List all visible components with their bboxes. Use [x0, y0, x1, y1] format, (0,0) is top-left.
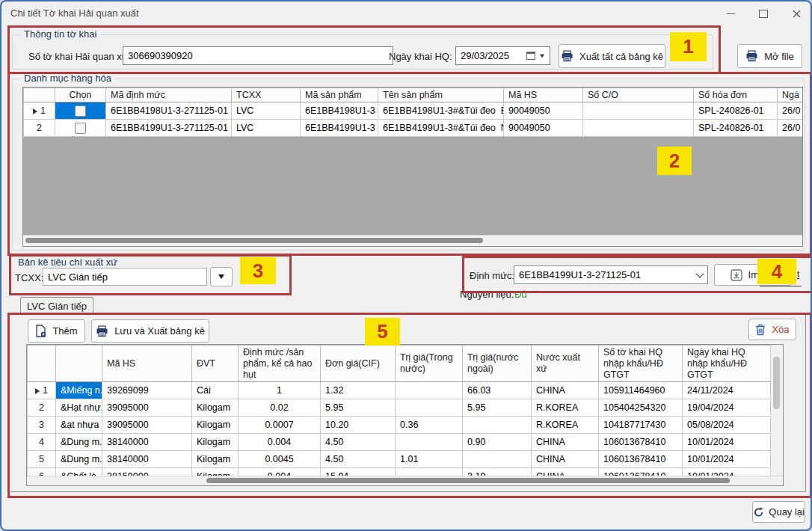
- cell[interactable]: 0.36: [396, 417, 463, 434]
- column-header[interactable]: Trị giá(Trong nước): [396, 346, 463, 382]
- column-header[interactable]: Chọn: [55, 88, 106, 102]
- cell[interactable]: CHINA: [532, 382, 599, 399]
- column-header[interactable]: [24, 88, 55, 102]
- checkbox-cell[interactable]: [55, 120, 106, 137]
- cell[interactable]: &Hạt nhự...: [56, 399, 102, 417]
- cell[interactable]: CHINA: [532, 434, 599, 451]
- column-header[interactable]: Trị giá(nước ngoài): [463, 346, 532, 382]
- column-header[interactable]: TCXX: [232, 88, 301, 102]
- row-header[interactable]: 2: [28, 399, 56, 417]
- cell[interactable]: Kilogam: [192, 434, 239, 451]
- cell[interactable]: 39269099: [102, 382, 192, 399]
- back-button[interactable]: Quay lại: [752, 501, 805, 523]
- maximize-button[interactable]: [751, 5, 776, 22]
- cell[interactable]: [396, 382, 463, 399]
- column-header[interactable]: Số tờ khai HQ nhập khẩu/HĐ GTGT: [599, 346, 683, 382]
- cell[interactable]: 24/11/2024: [683, 382, 773, 399]
- cell[interactable]: LVC: [232, 102, 301, 120]
- goods-horizontal-scrollbar[interactable]: [23, 235, 802, 246]
- cell[interactable]: 104187717430: [599, 417, 683, 434]
- cell[interactable]: 5.95: [463, 399, 532, 417]
- cell[interactable]: 39095000: [102, 417, 192, 434]
- column-header[interactable]: [28, 346, 56, 382]
- cell[interactable]: 6E1BB4199U1-3#&Túi đeo Neon Yel...: [378, 120, 504, 137]
- row-header[interactable]: 4: [28, 434, 56, 451]
- truncated-link-text[interactable]: t: [797, 269, 799, 279]
- cell[interactable]: [463, 417, 532, 434]
- norm-combobox[interactable]: 6E1BB4199U1-3-271125-01: [514, 266, 708, 284]
- cell[interactable]: &Miếng n...: [56, 382, 102, 399]
- cell[interactable]: 10.20: [321, 417, 396, 434]
- cell[interactable]: &ạt nhựa ...: [56, 417, 102, 434]
- column-header[interactable]: [56, 346, 102, 382]
- cell[interactable]: 26/0: [778, 120, 804, 137]
- add-button[interactable]: Thêm: [28, 319, 85, 343]
- cell[interactable]: 6E1BB4199U1-3-271125-01: [106, 120, 232, 137]
- cell[interactable]: [583, 102, 694, 120]
- cell[interactable]: 6E1BB4198U1-3: [301, 102, 378, 120]
- cell[interactable]: 0.004: [239, 434, 321, 451]
- cell[interactable]: Kilogam: [192, 399, 239, 417]
- cell[interactable]: 0.90: [463, 434, 532, 451]
- cell[interactable]: 5.95: [321, 399, 396, 417]
- cell[interactable]: 1: [239, 382, 321, 399]
- declaration-number-input[interactable]: 306690390920: [123, 46, 393, 65]
- cell[interactable]: 1.01: [396, 451, 463, 468]
- cell[interactable]: 38140000: [102, 434, 192, 451]
- cell[interactable]: 105911464960: [599, 382, 683, 399]
- column-header[interactable]: Số hóa đơn: [694, 88, 778, 102]
- cell[interactable]: [396, 399, 463, 417]
- minimize-button[interactable]: [718, 5, 743, 22]
- cell[interactable]: R.KOREA: [532, 399, 599, 417]
- cell[interactable]: 10/01/2024: [683, 434, 773, 451]
- cell[interactable]: 6E1BB4198U1-3#&Túi đeo Blue - #&...: [378, 102, 504, 120]
- cell[interactable]: &Dung m...: [56, 451, 102, 468]
- cell[interactable]: 106013678410: [599, 434, 683, 451]
- cell[interactable]: CHINA: [532, 451, 599, 468]
- column-header[interactable]: Số C/O: [583, 88, 694, 102]
- cell[interactable]: SPL-240826-01: [694, 120, 778, 137]
- close-button[interactable]: [784, 5, 809, 22]
- cell[interactable]: 66.03: [463, 382, 532, 399]
- detail-horizontal-scrollbar[interactable]: [27, 476, 783, 485]
- cell[interactable]: 4.50: [321, 434, 396, 451]
- cell[interactable]: LVC: [232, 120, 301, 137]
- cell[interactable]: 19/04/2024: [683, 399, 773, 417]
- cell[interactable]: [463, 451, 532, 468]
- scrollbar-thumb[interactable]: [206, 478, 730, 483]
- column-header[interactable]: Mã sản phẩm: [301, 88, 378, 102]
- cell[interactable]: 90049050: [504, 120, 583, 137]
- declaration-date-picker[interactable]: 29/03/2025: [455, 46, 550, 65]
- row-header[interactable]: 2: [24, 120, 55, 137]
- cell[interactable]: [396, 434, 463, 451]
- date-dropdown-icon[interactable]: [540, 54, 544, 58]
- scrollbar-thumb[interactable]: [25, 238, 483, 243]
- column-header[interactable]: Định mức /sản phẩm, kể cả hao hụt: [239, 346, 321, 382]
- cell[interactable]: 0.02: [239, 399, 321, 417]
- cell[interactable]: 0.0007: [239, 417, 321, 434]
- export-all-button[interactable]: Xuất tất cả bảng kê: [559, 44, 665, 68]
- cell[interactable]: Cái: [192, 382, 239, 399]
- column-header[interactable]: Ngà: [778, 88, 804, 102]
- cell[interactable]: 1.32: [321, 382, 396, 399]
- column-header[interactable]: Ngày khai HQ nhập khẩu/HĐ GTGT: [683, 346, 773, 382]
- cell[interactable]: 4.50: [321, 451, 396, 468]
- column-header[interactable]: Mã HS: [504, 88, 583, 102]
- cell[interactable]: Kilogam: [192, 417, 239, 434]
- cell[interactable]: 0.0045: [239, 451, 321, 468]
- column-header[interactable]: ĐVT: [192, 346, 239, 382]
- tcxx-combobox[interactable]: LVC Gián tiếp: [43, 268, 207, 286]
- delete-button[interactable]: Xóa: [748, 319, 796, 340]
- cell[interactable]: 105404254320: [599, 399, 683, 417]
- row-checkbox[interactable]: [75, 123, 86, 134]
- cell[interactable]: [583, 120, 694, 137]
- cell[interactable]: 90049050: [504, 102, 583, 120]
- import-button[interactable]: Import: [714, 264, 792, 286]
- checkbox-cell[interactable]: [55, 102, 106, 120]
- open-file-button[interactable]: Mở file: [737, 44, 802, 68]
- column-header[interactable]: Nước xuất xứ: [532, 346, 599, 382]
- cell[interactable]: 26/0: [778, 102, 804, 120]
- column-header[interactable]: Tên sản phẩm: [378, 88, 504, 102]
- row-header[interactable]: 3: [28, 417, 56, 434]
- row-header[interactable]: 5: [28, 451, 56, 468]
